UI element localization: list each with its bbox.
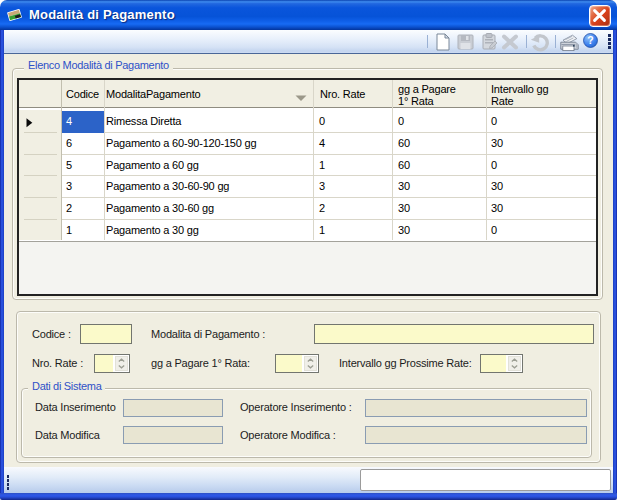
svg-text:?: ? xyxy=(587,34,593,46)
